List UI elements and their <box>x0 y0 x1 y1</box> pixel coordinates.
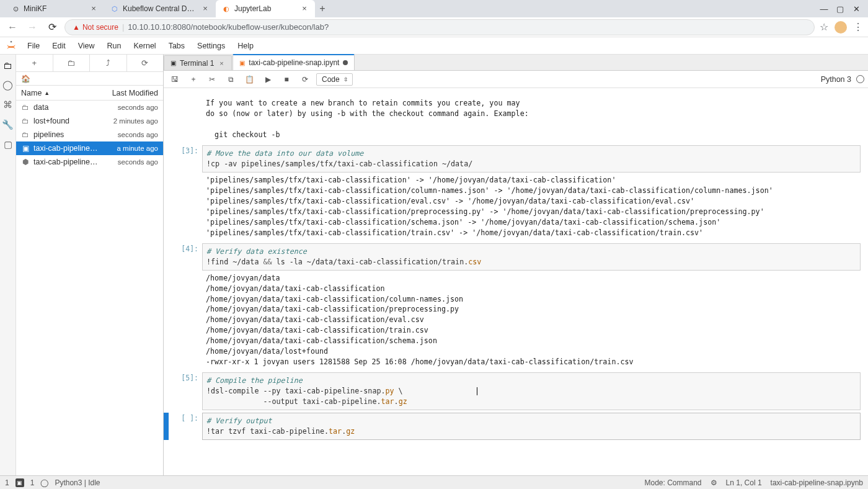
close-icon[interactable]: × <box>218 60 225 67</box>
url-text: 10.10.10.10:8080/notebook/kubeflow-user/… <box>128 22 807 32</box>
file-row[interactable]: ⬢taxi-cab-pipeline-snap.pyseconds ago <box>16 155 163 169</box>
close-icon[interactable]: × <box>300 4 309 13</box>
menu-help[interactable]: Help <box>232 39 259 53</box>
minimize-icon[interactable]: — <box>820 4 828 14</box>
cell-prompt: [5]: <box>169 372 202 410</box>
star-icon[interactable]: ☆ <box>820 21 828 33</box>
kebab-menu-icon[interactable]: ⋮ <box>853 21 863 33</box>
file-modified: 2 minutes ago <box>102 117 158 125</box>
doc-tab-notebook[interactable]: ▣ taxi-cab-pipeline-snap.ipynt <box>232 54 355 70</box>
running-icon[interactable]: ◯ <box>2 79 14 91</box>
notebook-cell[interactable]: [3]:# Move the data into our data volume… <box>164 145 861 241</box>
cell-code[interactable]: # Move the data into our data volume !cp… <box>202 145 861 173</box>
sort-icon: ▲ <box>44 90 50 96</box>
maximize-icon[interactable]: ▢ <box>836 4 844 14</box>
cell-type-select[interactable]: Code ⇳ <box>316 73 353 86</box>
address-bar[interactable]: ▲ Not secure | 10.10.10.10:8080/notebook… <box>64 19 815 35</box>
status-kernel-text: Python3 | Idle <box>55 478 100 487</box>
close-icon[interactable]: × <box>201 4 210 13</box>
notebook-toolbar: 🖫 + ✂ ⧉ 📋 ▶ ■ ⟳ Code ⇳ Python 3 <box>164 71 868 88</box>
kernel-name[interactable]: Python 3 <box>821 75 851 84</box>
upload-button[interactable]: ⤴ <box>90 55 127 71</box>
doc-tab-terminal[interactable]: ▣ Terminal 1 × <box>164 55 232 70</box>
col-mod-label[interactable]: Last Modified <box>107 89 163 97</box>
menu-tabs[interactable]: Tabs <box>164 39 190 53</box>
menu-run[interactable]: Run <box>102 39 126 53</box>
add-cell-button[interactable]: + <box>186 72 201 87</box>
run-button[interactable]: ▶ <box>260 72 275 87</box>
home-icon[interactable]: 🏠 <box>21 74 30 83</box>
tab-label: JupyterLab <box>234 4 296 13</box>
document-tabs: ▣ Terminal 1 × ▣ taxi-cab-pipeline-snap.… <box>164 55 868 71</box>
browser-tab-active[interactable]: ◐ JupyterLab × <box>216 0 315 17</box>
tools-icon[interactable]: 🔧 <box>2 119 14 130</box>
notebook-cell[interactable]: [4]:# Verify data existence !find ~/data… <box>164 243 861 370</box>
save-button[interactable]: 🖫 <box>167 72 182 87</box>
file-list-header: Name▲ Last Modified <box>16 86 163 101</box>
cell-prompt: [3]: <box>169 145 202 241</box>
menu-view[interactable]: View <box>73 39 100 53</box>
file-row[interactable]: ▣taxi-cab-pipeline-snap.ip...a minute ag… <box>16 141 163 155</box>
menu-file[interactable]: File <box>22 39 45 53</box>
file-row[interactable]: 🗀dataseconds ago <box>16 101 163 114</box>
browser-tab[interactable]: ⊙ MiniKF × <box>5 0 104 17</box>
notebook-cell[interactable]: [ ]:# Verify output !tar tzvf taxi-cab-p… <box>164 413 861 440</box>
cell-output: 'pipelines/samples/tfx/taxi-cab-classifi… <box>202 173 861 241</box>
notebook-cell[interactable]: [5]:# Compile the pipeline !dsl-compile … <box>164 372 861 410</box>
browser-tab[interactable]: ⬡ Kubeflow Central Dashboard × <box>104 0 216 17</box>
cut-button[interactable]: ✂ <box>205 72 219 87</box>
menu-settings[interactable]: Settings <box>192 39 230 53</box>
file-row[interactable]: 🗀lost+found2 minutes ago <box>16 114 163 128</box>
tabs-icon[interactable]: ▢ <box>2 139 14 150</box>
file-icon: 🗀 <box>21 130 30 139</box>
avatar-icon[interactable] <box>835 21 847 34</box>
cell-code[interactable]: # Verify output !tar tzvf taxi-cab-pipel… <box>202 413 861 440</box>
notebook-icon: ▣ <box>239 60 245 66</box>
kernel-status-icon[interactable] <box>856 75 864 83</box>
menu-edit[interactable]: Edit <box>47 39 71 53</box>
activity-bar: 🗀 ◯ ⌘ 🔧 ▢ <box>0 55 16 475</box>
new-tab-button[interactable]: + <box>315 1 330 16</box>
restart-button[interactable]: ⟳ <box>298 72 312 87</box>
file-icon: ⬢ <box>21 158 30 166</box>
cell-output: /home/jovyan/data /home/jovyan/data/taxi… <box>202 271 861 370</box>
browser-tabstrip: ⊙ MiniKF × ⬡ Kubeflow Central Dashboard … <box>5 0 812 17</box>
terminal-icon: ▣ <box>170 60 176 66</box>
notebook-scroll[interactable]: If you want to create a new branch to re… <box>164 88 868 475</box>
warning-icon: ▲ <box>73 23 80 32</box>
cell-code[interactable]: # Compile the pipeline !dsl-compile --py… <box>202 372 861 410</box>
status-kernels[interactable]: 1 <box>30 478 35 487</box>
refresh-button[interactable]: ⟳ <box>127 55 164 71</box>
reload-button[interactable]: ⟳ <box>45 20 60 35</box>
file-row[interactable]: 🗀pipelinesseconds ago <box>16 128 163 141</box>
terminal-status-icon: ▣ <box>16 478 24 487</box>
file-modified: seconds ago <box>102 158 158 166</box>
status-lncol: Ln 1, Col 1 <box>726 478 762 487</box>
jupyter-menubar: File Edit View Run Kernel Tabs Settings … <box>0 37 868 55</box>
folder-icon[interactable]: 🗀 <box>2 60 14 71</box>
col-name-label[interactable]: Name <box>21 89 42 97</box>
cell-code[interactable]: # Verify data existence !find ~/data && … <box>202 243 861 271</box>
tab-label: taxi-cab-pipeline-snap.ipynt <box>249 58 339 67</box>
copy-button[interactable]: ⧉ <box>223 72 238 87</box>
tab-label: Kubeflow Central Dashboard <box>123 4 197 13</box>
dirty-indicator-icon <box>343 60 348 65</box>
jupyter-logo-icon[interactable] <box>5 40 17 52</box>
stop-button[interactable]: ■ <box>279 72 294 87</box>
paste-button[interactable]: 📋 <box>242 72 257 87</box>
status-settings-icon[interactable]: ⚙ <box>711 478 717 487</box>
new-launcher-button[interactable]: + <box>16 55 53 71</box>
back-button[interactable]: ← <box>5 20 20 35</box>
file-name: data <box>33 103 99 112</box>
new-folder-button[interactable]: 🗀 <box>53 55 91 71</box>
status-terminals[interactable]: 1 <box>5 478 9 487</box>
kernel-idle-icon: ◯ <box>40 478 48 487</box>
commands-icon[interactable]: ⌘ <box>2 99 14 110</box>
close-icon[interactable]: × <box>89 4 98 13</box>
separator: | <box>122 22 124 32</box>
file-browser: + 🗀 ⤴ ⟳ 🏠 Name▲ Last Modified 🗀datasecon… <box>16 55 164 475</box>
menu-kernel[interactable]: Kernel <box>129 39 161 53</box>
breadcrumb[interactable]: 🏠 <box>16 72 163 86</box>
close-window-icon[interactable]: ✕ <box>852 4 861 14</box>
file-name: pipelines <box>33 130 99 139</box>
